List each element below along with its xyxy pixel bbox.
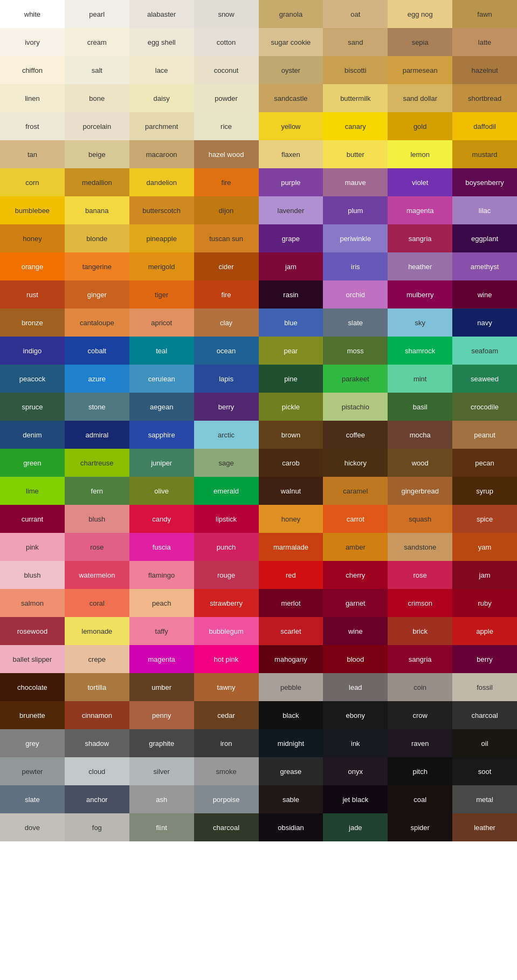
color-cell: ink [323, 729, 388, 757]
color-cell: seaweed [452, 365, 517, 393]
color-cell: grease [259, 757, 323, 785]
color-cell: biscotti [323, 56, 388, 84]
color-cell: rose [388, 561, 452, 589]
color-cell: amethyst [452, 252, 517, 280]
color-cell: currant [0, 505, 65, 533]
color-cell: pink [0, 533, 65, 561]
color-cell: onyx [323, 757, 388, 785]
color-cell: blood [323, 645, 388, 673]
color-cell: charcoal [452, 701, 517, 729]
color-cell: sapphire [129, 421, 194, 449]
color-cell: pewter [0, 757, 65, 785]
color-cell: pear [259, 337, 323, 365]
color-cell: pine [259, 365, 323, 393]
color-cell: basil [388, 393, 452, 421]
color-cell: coconut [194, 56, 259, 84]
color-cell: mulberry [388, 280, 452, 309]
color-cell: mahogany [259, 645, 323, 673]
color-cell: apricot [129, 309, 194, 337]
color-cell: pecan [452, 449, 517, 477]
color-cell: fuscia [129, 533, 194, 561]
color-cell: lace [129, 56, 194, 84]
color-cell: peach [129, 589, 194, 617]
color-cell: teal [129, 337, 194, 365]
color-cell: punch [194, 533, 259, 561]
color-cell: sandcastle [259, 84, 323, 112]
color-cell: sangria [388, 224, 452, 252]
color-cell: powder [194, 84, 259, 112]
color-cell: crow [388, 701, 452, 729]
color-cell: cream [65, 28, 129, 56]
color-cell: denim [0, 421, 65, 449]
color-cell: bumblebee [0, 196, 65, 224]
color-cell: banana [65, 196, 129, 224]
color-cell: walnut [259, 477, 323, 505]
color-cell: mustard [452, 140, 517, 168]
color-cell: blonde [65, 224, 129, 252]
color-cell: fawn [452, 0, 517, 28]
color-cell: parakeet [323, 365, 388, 393]
color-cell: egg nog [388, 0, 452, 28]
color-cell: tortilla [65, 673, 129, 701]
color-cell: clay [194, 309, 259, 337]
color-cell: hot pink [194, 645, 259, 673]
color-cell: carob [259, 449, 323, 477]
color-cell: spruce [0, 393, 65, 421]
color-cell: sable [259, 785, 323, 813]
color-cell: lead [323, 673, 388, 701]
color-cell: heather [388, 252, 452, 280]
color-cell: rosewood [0, 617, 65, 645]
color-cell: smoke [194, 757, 259, 785]
color-cell: honey [0, 224, 65, 252]
color-cell: spice [452, 505, 517, 533]
color-cell: fossil [452, 673, 517, 701]
color-cell: juniper [129, 449, 194, 477]
color-cell: plum [323, 196, 388, 224]
color-cell: daffodil [452, 112, 517, 140]
color-cell: ebony [323, 701, 388, 729]
color-cell: charcoal [194, 813, 259, 841]
color-cell: crimson [388, 589, 452, 617]
color-cell: parchment [129, 112, 194, 140]
color-cell: linen [0, 84, 65, 112]
color-cell: granola [259, 0, 323, 28]
color-cell: soot [452, 757, 517, 785]
color-cell: carrot [323, 505, 388, 533]
color-cell: snow [194, 0, 259, 28]
color-cell: apple [452, 617, 517, 645]
color-cell: lime [0, 477, 65, 505]
color-cell: egg shell [129, 28, 194, 56]
color-cell: penny [129, 701, 194, 729]
color-cell: bubblegum [194, 617, 259, 645]
color-cell: coffee [323, 421, 388, 449]
color-cell: flamingo [129, 561, 194, 589]
color-cell: rust [0, 280, 65, 309]
color-cell: slate [323, 309, 388, 337]
color-cell: ballet slipper [0, 645, 65, 673]
color-cell: grape [259, 224, 323, 252]
color-cell: blue [259, 309, 323, 337]
color-cell: navy [452, 309, 517, 337]
color-cell: rasin [259, 280, 323, 309]
color-cell: raven [388, 729, 452, 757]
color-cell: lemon [388, 140, 452, 168]
color-cell: purple [259, 168, 323, 196]
color-cell: strawberry [194, 589, 259, 617]
color-cell: chartreuse [65, 449, 129, 477]
color-cell: cerulean [129, 365, 194, 393]
color-cell: fern [65, 477, 129, 505]
color-cell: rose [65, 533, 129, 561]
color-cell: lipstick [194, 505, 259, 533]
color-cell: gold [388, 112, 452, 140]
color-cell: pineapple [129, 224, 194, 252]
color-cell: rice [194, 112, 259, 140]
color-cell: cobalt [65, 337, 129, 365]
color-cell: sky [388, 309, 452, 337]
color-cell: sand dollar [388, 84, 452, 112]
color-cell: grey [0, 729, 65, 757]
color-cell: black [259, 701, 323, 729]
color-cell: midnight [259, 729, 323, 757]
color-cell: cotton [194, 28, 259, 56]
color-cell: mauve [323, 168, 388, 196]
color-cell: white [0, 0, 65, 28]
